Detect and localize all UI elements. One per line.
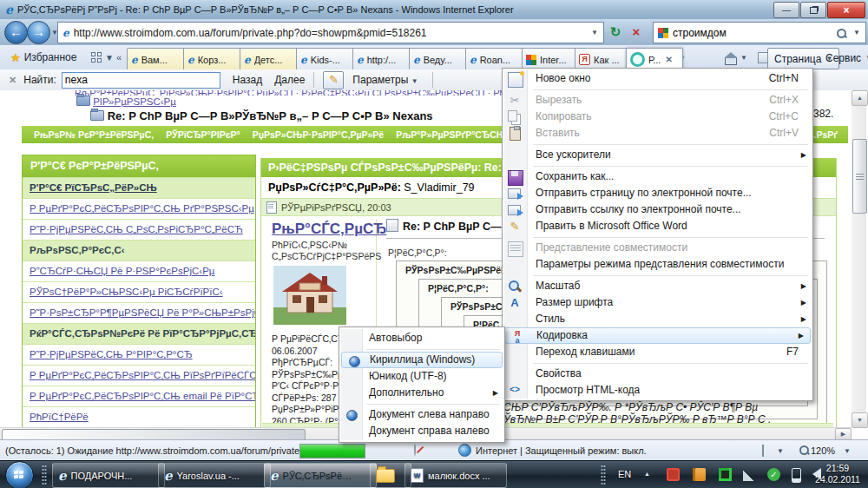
scrollbar-thumb[interactable]	[852, 139, 867, 214]
menu-item-view-source[interactable]: <>Просмотр HTML-кода	[503, 382, 812, 399]
home-button[interactable]: ▼	[719, 48, 753, 68]
recipient-link[interactable]: S_Vladimir_79	[404, 181, 474, 194]
vertical-scrollbar[interactable]: ▲ ▼	[852, 90, 866, 427]
compat-view-icon[interactable]	[762, 445, 764, 457]
menu-item-send-page[interactable]: Отправить страницу по электронной почте.…	[503, 185, 812, 201]
quote-label: Р¦РёС‚Р°С‚Р°:	[388, 247, 447, 258]
find-label: Найти:	[23, 74, 56, 86]
taskbar-window-active[interactable]: eРЎС‚СЂРѕРёРј Р”...	[264, 463, 377, 488]
tab-2[interactable]: eКорз...	[183, 48, 246, 70]
refresh-button[interactable]: ↻	[606, 23, 625, 42]
tab-3[interactable]: eДетс...	[240, 48, 302, 70]
tab-6[interactable]: eВеду...	[409, 48, 471, 70]
ie-icon: e	[164, 468, 173, 484]
close-find-icon[interactable]: ✕	[9, 75, 16, 86]
search-dropdown[interactable]: ▼	[853, 29, 860, 36]
forward-button[interactable]: →	[27, 21, 50, 44]
taskbar-window-2[interactable]: eYaroslav.ua -...	[158, 463, 271, 488]
antivirus-tray-icon[interactable]	[667, 468, 680, 481]
submenu-item-rtl[interactable]: Документ справа налево	[339, 423, 504, 439]
scroll-down-icon[interactable]: ▼	[852, 412, 868, 428]
tab-5[interactable]: ehttp:/...	[352, 48, 415, 70]
quick-tabs-button[interactable]	[89, 49, 104, 66]
zoom-dropdown[interactable]: ▼	[844, 447, 851, 455]
tools-menu-button[interactable]: Сервис▼	[819, 48, 868, 68]
sidebar-item[interactable]: Р˜Р·РѕР±СЂР°Р¶РµРЅРёСЏ Рё Р°Р»СЊР±РѕРјС‹	[23, 302, 255, 323]
minimize-button[interactable]: —	[773, 2, 799, 18]
folder-link[interactable]: РІР»РµРЅРЅС‹Рµ	[93, 96, 176, 107]
zoom-level[interactable]: 120%	[811, 445, 835, 456]
scissors-icon: ✂	[508, 94, 522, 108]
tab-1[interactable]: eВам...	[127, 48, 189, 70]
sidebar-item[interactable]: Р”СЂСѓР·СЊСЏ Рё Р·РЅР°РєРѕРјС‹Рµ	[23, 260, 255, 281]
close-button[interactable]: ×	[827, 2, 865, 18]
sidebar-item[interactable]: Р РµРґР°РєС‚РёСЂРѕРІР°С‚СЊ РїРѕРґРїРёСЃС…	[23, 365, 255, 386]
menu-item-caret-browsing[interactable]: Переход клавишамиF7	[503, 344, 812, 360]
favorites-button[interactable]: ★Избранное	[3, 48, 83, 67]
menu-item-zoom[interactable]: Масштаб▶	[503, 278, 812, 294]
clock[interactable]: 21:59 24.02.2011	[811, 463, 865, 485]
address-book-tray-icon[interactable]	[693, 468, 706, 481]
taskbar-window-1[interactable]: eПОДАРОЧН...	[52, 463, 165, 488]
tab-4[interactable]: eKids-...	[296, 48, 358, 70]
submenu-item-more[interactable]: Дополнительно▶	[339, 385, 504, 401]
tab-list-dropdown[interactable]: ▼	[105, 49, 114, 66]
nav-link[interactable]: РљР°Р»РµРЅРґР°СЂСЊ	[396, 129, 506, 140]
submenu-item-auto[interactable]: Автовыбор	[339, 330, 504, 346]
battery-tray-icon[interactable]	[792, 468, 801, 483]
scroll-up-icon[interactable]: ▲	[852, 90, 868, 106]
author-name-link[interactable]: РњР°СЃС‚РµСЂ	[272, 221, 386, 238]
sidebar-item[interactable]: Р˜Р·РјРµРЅРёС‚СЊ Р°РІР°С‚Р°СЂ	[23, 344, 255, 365]
search-icon[interactable]	[836, 28, 846, 38]
nav-link[interactable]: РЎРїСЂР°РІРєР°	[166, 129, 240, 140]
menu-item-text-size[interactable]: AРазмер шрифта▶	[503, 294, 812, 311]
highlight-button[interactable]: ✎	[323, 71, 344, 89]
menu-item-compat-settings[interactable]: Параметры режима представления совместим…	[503, 256, 812, 273]
nav-link[interactable]: РџРѕР»СЊР·РѕРІР°С‚РµР»Рё	[253, 129, 384, 140]
menu-item-paste[interactable]: ВставитьCtrl+V	[503, 125, 812, 142]
sidebar-item[interactable]: РћРїС†РёРё	[23, 406, 255, 427]
find-back-button[interactable]: Назад	[233, 74, 262, 86]
menu-item-compat-view[interactable]: Представление совместимости	[503, 240, 812, 256]
menu-item-copy[interactable]: КопироватьCtrl+C	[503, 109, 812, 125]
scroll-tabs-left[interactable]: «	[114, 49, 124, 66]
search-input[interactable]: строимдом	[673, 27, 727, 39]
back-button[interactable]: ←	[4, 21, 28, 44]
menu-item-cut[interactable]: ✂ВырезатьCtrl+X	[503, 92, 812, 109]
submenu-item-ltr[interactable]: Документ слева направо	[339, 406, 504, 423]
menu-item-properties[interactable]: Свойства	[503, 366, 812, 382]
show-hidden-icons[interactable]: ▲	[644, 471, 650, 477]
sidebar-item[interactable]: РЎРѕС†РёР°Р»СЊРЅС‹Рµ РіСЂСѓРїРїС‹	[23, 281, 255, 302]
sidebar-item[interactable]: Р РµРґР°РєС‚РёСЂРѕРІР°С‚СЊ email Рё РїР°…	[23, 386, 255, 406]
find-next-button[interactable]: Далее	[274, 74, 305, 86]
language-indicator[interactable]: EN	[618, 469, 631, 479]
sidebar-item-profile[interactable]: Р'Р°С€ РїСЂРѕС„РёР»СЊ	[23, 177, 255, 198]
find-options-button[interactable]: Параметры ▼	[352, 74, 418, 86]
shield-check-tray-icon[interactable]: ✓	[767, 468, 780, 481]
menu-item-encoding[interactable]: ЯaКодировка▶	[504, 327, 811, 344]
address-bar[interactable]: e http://www.stroimdom.com.ua/forum/priv…	[57, 22, 604, 43]
view-dropdown[interactable]: ▼	[777, 447, 784, 455]
sidebar-item[interactable]: Р РµРґР°РєС‚РёСЂРѕРІР°С‚СЊ РґР°РЅРЅС‹Рµ	[23, 198, 255, 219]
copy-icon	[508, 110, 517, 122]
address-dropdown[interactable]: ▼	[591, 29, 598, 36]
restore-button[interactable]	[800, 2, 826, 18]
menu-item-new-window[interactable]: Новое окноCtrl+N	[503, 70, 812, 87]
signal-tray-icon[interactable]	[743, 468, 756, 481]
close-tab-icon[interactable]: ✕	[665, 55, 672, 64]
submenu-item-cyrillic-windows[interactable]: Кириллица (Windows)	[341, 352, 503, 368]
search-box[interactable]: строимдом ▼	[653, 22, 866, 43]
network-monitor-tray-icon[interactable]	[719, 468, 732, 481]
find-input[interactable]	[62, 72, 220, 89]
menu-item-send-link[interactable]: Отправить ссылку по электронной почте...	[503, 201, 812, 218]
taskbar-word-doc[interactable]: Wмалюк.docx ...	[404, 463, 507, 488]
menu-item-save-as[interactable]: Сохранить как...	[503, 168, 812, 185]
menu-item-accelerators[interactable]: Все ускорители▶	[503, 147, 812, 163]
nav-link[interactable]: РњРѕР№ РєР°Р±РёРЅРµС‚	[34, 129, 154, 140]
sidebar-item[interactable]: Р˜Р·РјРµРЅРёС‚СЊ С„РѕС‚РѕРіСЂР°С„РёСЋ	[23, 219, 255, 240]
submenu-item-utf8[interactable]: Юникод (UTF-8)	[339, 368, 504, 385]
stop-button[interactable]: ×	[627, 23, 646, 42]
menu-item-edit-word[interactable]: ✎Править в Microsoft Office Word	[503, 218, 812, 234]
start-button[interactable]	[5, 461, 34, 488]
menu-item-style[interactable]: Стиль▶	[503, 311, 812, 327]
